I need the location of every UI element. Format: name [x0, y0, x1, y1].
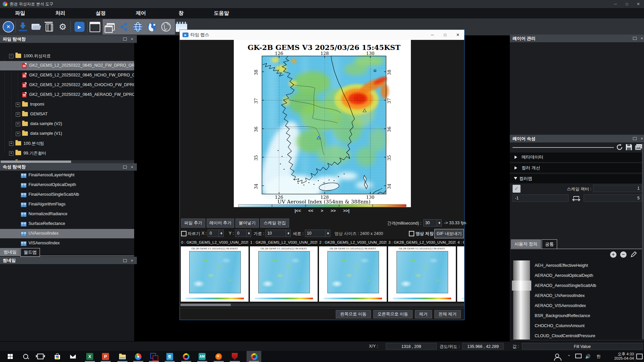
paste-button[interactable]: 붙여넣기: [235, 219, 259, 228]
frame-cell[interactable]: 1 : GK2B_GEMS_L2_V030_UVAI_2025 GK-2B GE…: [250, 239, 318, 302]
frame-cell[interactable]: 2 : GK2B_GEMS_L2_V030_UVAI_2025 GK-2B GE…: [319, 239, 387, 302]
open-folder-button[interactable]: [30, 20, 42, 33]
tray-display-button[interactable]: [574, 352, 583, 361]
excel-button[interactable]: X: [86, 352, 94, 361]
colormap-swatch-checkbox[interactable]: ✓: [513, 185, 521, 193]
crop-y-spinner[interactable]: 0: [235, 230, 251, 237]
close-icon[interactable]: ✕: [131, 165, 133, 169]
search-button[interactable]: [21, 352, 30, 361]
gems-tool-active-button[interactable]: [250, 352, 258, 361]
am-app-button[interactable]: AM: [198, 352, 206, 361]
add-colormap-icon[interactable]: +: [610, 251, 616, 258]
tray-people-button[interactable]: [553, 352, 561, 361]
range-max-input[interactable]: 5: [584, 194, 642, 202]
crop-height-spinner[interactable]: 10: [305, 230, 330, 237]
pin-icon[interactable]: [123, 259, 127, 262]
colormap-item[interactable]: CHOCHO_ColumnAmount: [535, 321, 639, 331]
close-button[interactable]: ✕: [633, 2, 644, 6]
tree-item[interactable]: + GEMSAT: [0, 110, 134, 119]
close-icon[interactable]: ✕: [641, 37, 643, 40]
tab-worldmap[interactable]: 월드맵: [20, 248, 40, 257]
pin-icon[interactable]: [633, 37, 637, 40]
tab-thumbnail[interactable]: 썸네일: [0, 248, 20, 256]
notification-center-icon[interactable]: [636, 354, 643, 359]
single-window-button[interactable]: [89, 20, 101, 33]
last-frame-button[interactable]: >>|: [343, 208, 350, 213]
section-colormap[interactable]: 컬러맵: [510, 174, 643, 183]
range-min-input[interactable]: -1: [513, 194, 569, 202]
scrollbar-thumb[interactable]: [1, 161, 71, 163]
tray-language-button[interactable]: 한: [594, 352, 603, 361]
tree-item[interactable]: + tropomi: [0, 100, 134, 109]
task-view-button[interactable]: [36, 352, 45, 361]
chrome-button[interactable]: [134, 352, 142, 361]
collapse-icon[interactable]: −: [9, 54, 13, 58]
pin-icon[interactable]: [633, 137, 637, 140]
colormap-item[interactable]: AERAOD_UVAerosolIndex: [535, 291, 639, 301]
scrollbar-thumb[interactable]: [180, 304, 231, 306]
prop-item[interactable]: FinalAerosolLayerHeight: [0, 171, 134, 180]
tree-item[interactable]: + 99.기존컬터: [0, 148, 134, 158]
edit-scale-button[interactable]: 스케일 편집: [260, 219, 289, 228]
gems-tool-button[interactable]: [182, 352, 190, 361]
remove-colormap-icon[interactable]: −: [620, 251, 627, 258]
close-icon[interactable]: ✕: [131, 37, 133, 41]
interval-spinner[interactable]: 30: [423, 219, 442, 227]
remove-button[interactable]: 제거: [415, 310, 432, 318]
dialog-minimize-button[interactable]: ─: [426, 33, 439, 37]
settings-button[interactable]: ⚙: [56, 20, 69, 33]
file-tree-hscrollbar[interactable]: [0, 160, 134, 163]
minimize-button[interactable]: ─: [610, 2, 621, 6]
colormap-item[interactable]: BSR_BackgroundReflectance: [535, 311, 639, 321]
prop-item[interactable]: FinalAlgorithmFlags: [0, 200, 134, 209]
expand-icon[interactable]: +: [16, 132, 20, 136]
cascade-windows-button[interactable]: [103, 20, 116, 33]
earth-button[interactable]: [146, 20, 158, 33]
colormap-item[interactable]: AERAOD_AerosolOpticalDepth: [535, 270, 639, 281]
colormap-item[interactable]: CLOUD_CloudCentroidPressure: [535, 331, 639, 340]
tree-item[interactable]: − 1000.위성자료: [0, 51, 134, 61]
prop-item[interactable]: VISAerosolIndex: [0, 239, 134, 247]
dialog-maximize-button[interactable]: □: [439, 33, 451, 37]
frame-cell[interactable]: 4 : GK2B_GEMS_L2_V030_UVAI_2025 GK-2B GE…: [457, 239, 464, 302]
right-panel-scrollbar[interactable]: [642, 143, 644, 339]
menu-window[interactable]: 창: [161, 10, 201, 16]
expand-icon[interactable]: +: [16, 122, 20, 126]
crop-width-spinner[interactable]: 10: [265, 230, 291, 237]
mail-button[interactable]: [69, 352, 77, 361]
menu-process[interactable]: 처리: [40, 10, 80, 16]
scale-factor-input[interactable]: 1: [593, 185, 642, 192]
menu-control[interactable]: 제어: [121, 10, 161, 16]
frame-strip-scrollbar[interactable]: [180, 303, 464, 306]
first-frame-button[interactable]: |<<: [294, 208, 301, 213]
frame-cell[interactable]: 3 : GK2B_GEMS_L2_V030_UVAI_2025 GK-2B GE…: [388, 239, 456, 302]
taskbar-clock[interactable]: 오후 4:33 2025-04-04: [614, 352, 634, 361]
prop-item[interactable]: FinalAerosolOpticalDepth: [0, 180, 134, 190]
save-icon[interactable]: [625, 143, 633, 151]
frame-cell[interactable]: 0 : GK2B_GEMS_L2_V030_UVAI_2025 GK-2B GE…: [180, 239, 249, 302]
play-frame-button[interactable]: >: [321, 208, 323, 213]
pin-icon[interactable]: [123, 166, 127, 169]
tree-item-selected[interactable]: GK2_GEMS_L2_20250322_0645_NO2_FW_DPRO_OR…: [0, 61, 134, 70]
play-tool-button[interactable]: ▶: [73, 20, 86, 33]
edit-pencil-icon[interactable]: [630, 251, 637, 258]
expand-icon[interactable]: +: [16, 112, 20, 117]
colormap-item[interactable]: AERAOD_AerosolSingleScattAlb: [535, 281, 639, 291]
tree-item[interactable]: + data sample (V1): [0, 129, 134, 138]
shield-app-button[interactable]: [230, 352, 239, 361]
gif-export-button[interactable]: GIF 내보내기: [434, 229, 464, 238]
images-icon[interactable]: [635, 143, 643, 151]
save-video-checkbox[interactable]: [409, 231, 414, 236]
tree-item[interactable]: GK2_GEMS_L2_20250322_0645_AERAOD_FW_DPRO…: [0, 90, 134, 100]
close-icon[interactable]: ✕: [641, 137, 643, 140]
close-all-button[interactable]: ✕: [2, 20, 15, 33]
spinner-arrows[interactable]: [437, 220, 441, 226]
section-color-enhance[interactable]: 컬러 개선: [510, 163, 643, 173]
dialog-titlebar[interactable]: ▶ 타임 랩스 ─ □ ✕: [180, 30, 464, 40]
tray-expand-button[interactable]: ⌃: [565, 352, 573, 361]
download-button[interactable]: [16, 20, 29, 33]
close-icon[interactable]: ✕: [131, 259, 133, 262]
dialog-close-button[interactable]: ✕: [451, 33, 464, 37]
refresh-icon[interactable]: [616, 143, 623, 151]
prop-item[interactable]: FinalAerosolSingleScattAlb: [0, 190, 134, 199]
